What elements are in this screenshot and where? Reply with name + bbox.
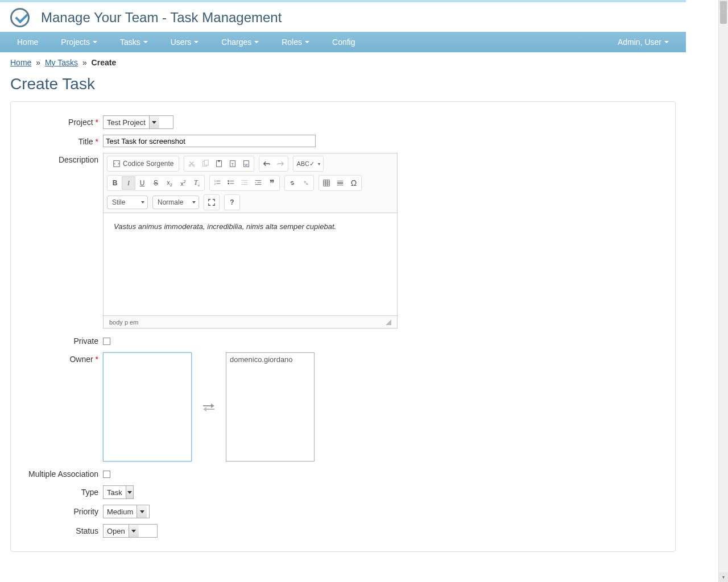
private-label: Private	[19, 334, 103, 346]
remove-format-button[interactable]: Tx	[190, 176, 204, 190]
title-label: Title *	[19, 135, 103, 146]
breadcrumb-mytasks-link[interactable]: My Tasks	[45, 58, 78, 67]
caret-down-icon	[305, 41, 309, 43]
title-input[interactable]	[103, 135, 316, 147]
redo-button[interactable]	[274, 157, 287, 171]
italic-button[interactable]: I	[122, 176, 135, 190]
svg-rect-0	[114, 161, 120, 167]
format-select[interactable]: Normale	[152, 196, 199, 209]
editor-content-text: Vastus animus immoderata, incredibilia, …	[114, 222, 336, 231]
outdent-button[interactable]	[238, 176, 251, 190]
description-label: Description	[19, 153, 103, 164]
priority-select-value: Medium	[104, 505, 136, 518]
nav-tasks[interactable]: Tasks	[109, 32, 159, 52]
copy-icon	[201, 160, 209, 168]
spellcheck-button[interactable]: ABC✓▾	[294, 157, 322, 171]
subscript-button[interactable]: x2	[163, 176, 176, 190]
indent-button[interactable]	[251, 176, 265, 190]
main-navbar: Home Projects Tasks Users Charges Roles …	[0, 32, 686, 52]
svg-point-16	[228, 183, 229, 185]
cut-icon	[188, 160, 196, 168]
nav-home[interactable]: Home	[6, 32, 49, 52]
help-button[interactable]: ?	[225, 196, 239, 209]
blockquote-button[interactable]: ❞	[265, 176, 279, 190]
specialchar-button[interactable]: Ω	[347, 176, 361, 190]
paste-button[interactable]	[212, 157, 226, 171]
paste-text-icon: T	[229, 160, 237, 168]
svg-rect-4	[205, 160, 209, 165]
owner-option[interactable]: domenico.giordano	[230, 355, 311, 364]
undo-button[interactable]	[260, 157, 274, 171]
source-button[interactable]: Codice Sorgente	[108, 157, 178, 171]
nav-roles[interactable]: Roles	[270, 32, 321, 52]
breadcrumb-sep: »	[82, 58, 87, 67]
editor-status-bar: body p em	[104, 315, 397, 328]
dropdown-arrow-icon	[126, 486, 133, 498]
bold-button[interactable]: B	[108, 176, 122, 190]
type-label: Type	[19, 485, 103, 497]
editor-toolbar: Codice Sorgente T W	[104, 153, 397, 213]
source-icon	[113, 160, 121, 168]
status-select[interactable]: Open	[103, 524, 158, 538]
nav-users[interactable]: Users	[159, 32, 210, 52]
underline-button[interactable]: U	[135, 176, 149, 190]
paste-word-button[interactable]: W	[239, 157, 253, 171]
subscript-icon: x2	[167, 179, 172, 187]
app-header: Manage Your Team - Task Management	[0, 2, 686, 32]
numbered-list-button[interactable]: 12	[210, 176, 224, 190]
priority-label: Priority	[19, 505, 103, 516]
svg-text:2: 2	[214, 182, 216, 185]
help-icon: ?	[230, 198, 234, 206]
nav-charges[interactable]: Charges	[210, 32, 270, 52]
superscript-button[interactable]: x2	[176, 176, 190, 190]
strike-icon: S	[154, 179, 158, 187]
hr-button[interactable]	[333, 176, 347, 190]
scrollbar-thumb[interactable]	[720, 1, 727, 24]
unlink-button[interactable]	[299, 176, 313, 190]
spellcheck-icon: ABC✓	[296, 160, 315, 168]
paste-text-button[interactable]: T	[226, 157, 239, 171]
editor-element-path[interactable]: body p em	[109, 319, 138, 326]
paste-word-icon: W	[242, 160, 250, 168]
nav-projects[interactable]: Projects	[49, 32, 109, 52]
dropdown-arrow-icon	[129, 525, 139, 537]
breadcrumb: Home » My Tasks » Create	[0, 52, 686, 70]
superscript-icon: x2	[180, 180, 185, 187]
nav-user-menu[interactable]: Admin, User	[606, 32, 680, 52]
swap-icon[interactable]	[202, 402, 216, 412]
undo-icon	[263, 160, 271, 168]
quote-icon: ❞	[270, 178, 275, 189]
dropdown-arrow-icon	[136, 505, 147, 518]
remove-format-icon: Tx	[194, 178, 200, 188]
owner-available-listbox[interactable]	[103, 352, 192, 462]
nav-config-label: Config	[332, 38, 355, 47]
svg-point-15	[228, 180, 229, 182]
strike-button[interactable]: S	[149, 176, 163, 190]
breadcrumb-home-link[interactable]: Home	[10, 58, 31, 67]
style-select[interactable]: Stile	[107, 196, 148, 209]
multiple-association-label: Multiple Association	[19, 467, 103, 479]
owner-selected-listbox[interactable]: domenico.giordano	[226, 352, 315, 462]
cut-button[interactable]	[185, 157, 198, 171]
editor-content-area[interactable]: Vastus animus immoderata, incredibilia, …	[104, 213, 397, 315]
project-label: Project *	[19, 115, 103, 127]
type-select[interactable]: Task	[103, 485, 134, 499]
nav-users-label: Users	[171, 38, 192, 47]
priority-select[interactable]: Medium	[103, 505, 150, 518]
maximize-button[interactable]	[205, 196, 218, 209]
private-checkbox[interactable]	[103, 338, 110, 345]
breadcrumb-sep: »	[36, 58, 40, 67]
vertical-scrollbar[interactable]: ▴ ▾	[718, 0, 728, 562]
app-title: Manage Your Team - Task Management	[41, 10, 282, 26]
link-button[interactable]	[286, 176, 299, 190]
copy-button[interactable]	[198, 157, 212, 171]
multiple-association-checkbox[interactable]	[103, 471, 110, 478]
hr-icon	[336, 179, 344, 187]
bullet-list-button[interactable]	[224, 176, 238, 190]
resize-grip-icon[interactable]	[386, 319, 391, 325]
table-button[interactable]	[320, 176, 333, 190]
project-select[interactable]: Test Project	[103, 115, 173, 129]
status-label: Status	[19, 524, 103, 535]
caret-down-icon	[254, 41, 259, 43]
nav-config[interactable]: Config	[321, 32, 366, 52]
